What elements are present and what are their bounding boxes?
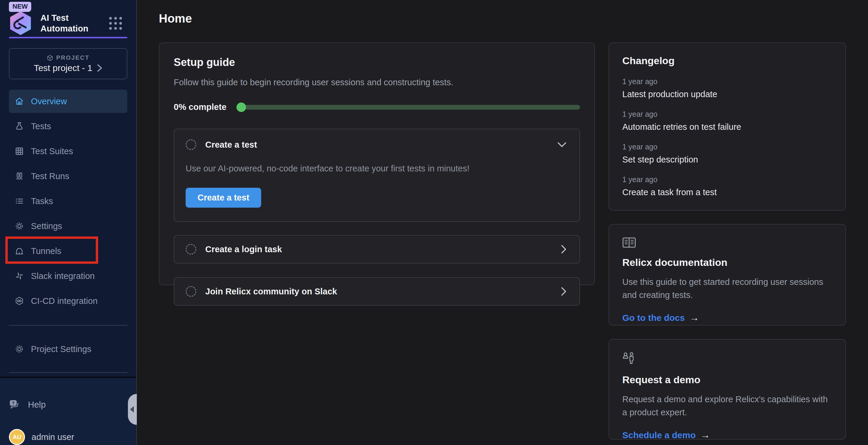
help-label: Help (28, 400, 46, 410)
svg-text:?: ? (12, 401, 14, 406)
project-label: PROJECT (56, 54, 90, 61)
accent-divider (9, 37, 127, 38)
changelog-text: Automatic retries on test failure (622, 122, 832, 132)
step-title: Create a login task (205, 244, 282, 254)
chevron-right-icon (97, 64, 102, 72)
docs-book-icon (622, 237, 636, 248)
chevron-right-icon (561, 245, 566, 254)
sidebar-item-settings[interactable]: Settings (9, 214, 127, 238)
step-status-icon (186, 286, 196, 297)
sidebar-item-test-runs[interactable]: Test Runs (9, 165, 127, 188)
schedule-demo-link[interactable]: Schedule a demo → (622, 430, 832, 441)
people-icon (622, 352, 637, 366)
changelog-time: 1 year ago (622, 175, 832, 184)
app-header: AI Test Automation (9, 11, 128, 36)
sidebar-item-tests[interactable]: Tests (9, 115, 127, 138)
sidebar-item-slack-integration[interactable]: Slack integration (9, 264, 127, 287)
sidebar-item-test-suites[interactable]: Test Suites (9, 140, 127, 163)
gear-icon (15, 221, 24, 231)
sidebar-item-label: Project Settings (31, 344, 91, 354)
cube-icon (47, 55, 53, 61)
app-switcher-icon[interactable] (109, 17, 122, 30)
sidebar-item-overview[interactable]: Overview (9, 90, 127, 113)
project-name: Test project - 1 (34, 63, 93, 73)
step-description: Use our AI-powered, no-code interface to… (186, 164, 568, 173)
app-logo-icon (9, 11, 32, 36)
setup-step-create-a-test: Create a test Use our AI-powered, no-cod… (174, 129, 580, 222)
project-selector[interactable]: PROJECT Test project - 1 (9, 48, 127, 79)
test-runs-icon (15, 172, 24, 181)
step-title: Join Relicx community on Slack (205, 287, 337, 297)
sidebar-item-label: Test Runs (31, 171, 69, 181)
setup-step-join-slack-community[interactable]: Join Relicx community on Slack (174, 277, 580, 306)
sidebar-item-tasks[interactable]: Tasks (9, 190, 127, 213)
setup-guide-title: Setup guide (174, 56, 580, 69)
request-demo-card: Request a demo Request a demo and explor… (609, 339, 846, 440)
sidebar-item-label: Slack integration (31, 271, 95, 281)
documentation-card: Relicx documentation Use this guide to g… (609, 224, 846, 326)
progress-knob (237, 102, 246, 112)
demo-title: Request a demo (622, 374, 832, 385)
app-title: AI Test Automation (40, 12, 100, 34)
gear-icon (15, 345, 24, 353)
page-title: Home (159, 12, 192, 25)
avatar: AU (9, 429, 25, 445)
progress-label: 0% complete (174, 102, 226, 112)
setup-guide-description: Follow this guide to begin recording use… (174, 77, 580, 87)
documentation-title: Relicx documentation (622, 256, 832, 268)
link-label: Go to the docs (622, 313, 685, 323)
sidebar-item-label: Tasks (31, 196, 53, 206)
user-name: admin user (32, 432, 74, 442)
slack-icon (15, 272, 24, 280)
changelog-text: Latest production update (622, 90, 832, 99)
changelog-time: 1 year ago (622, 77, 832, 86)
main-content: Home Setup guide Follow this guide to be… (137, 0, 868, 445)
flask-icon (15, 122, 24, 131)
sidebar-item-cicd-integration[interactable]: CI-CD integration (9, 289, 127, 312)
sidebar-footer: ? Help AU admin user (0, 377, 136, 445)
changelog-entry: 1 year ago Latest production update (622, 77, 832, 99)
sidebar-item-label: CI-CD integration (31, 296, 98, 306)
chevron-down-icon (557, 142, 566, 147)
sidebar-nav: Overview Tests Test Suites Test Runs (9, 90, 127, 314)
changelog-time: 1 year ago (622, 110, 832, 118)
step-title: Create a test (205, 140, 257, 150)
sidebar-item-project-settings[interactable]: Project Settings (9, 338, 127, 361)
sidebar-item-tunnels[interactable]: Tunnels (9, 239, 127, 263)
sidebar-item-label: Test Suites (31, 146, 73, 156)
changelog-time: 1 year ago (622, 143, 832, 151)
tunnel-icon (15, 246, 24, 255)
help-button[interactable]: ? Help (9, 393, 116, 416)
help-chat-icon: ? (9, 399, 20, 410)
list-icon (15, 197, 24, 206)
create-a-test-button[interactable]: Create a test (186, 188, 261, 208)
progress-bar (237, 105, 580, 110)
changelog-entry: 1 year ago Automatic retries on test fai… (622, 110, 832, 132)
sidebar-item-label: Tests (31, 122, 51, 131)
setup-progress: 0% complete (174, 102, 580, 112)
sidebar-item-label: Tunnels (31, 246, 61, 256)
setup-step-create-login-task[interactable]: Create a login task (174, 235, 580, 264)
changelog-title: Changelog (622, 55, 832, 67)
changelog-entry: 1 year ago Create a task from a test (622, 175, 832, 197)
changelog-entry: 1 year ago Set step description (622, 143, 832, 165)
go-to-docs-link[interactable]: Go to the docs → (622, 312, 832, 323)
arrow-right-icon: → (701, 430, 710, 441)
home-icon (15, 97, 24, 106)
sidebar-item-label: Settings (31, 221, 62, 231)
step-status-icon (186, 244, 196, 254)
user-menu[interactable]: AU admin user (9, 429, 74, 445)
changelog-card: Changelog 1 year ago Latest production u… (609, 42, 846, 211)
arrow-right-icon: → (689, 312, 699, 323)
step-status-icon (186, 139, 196, 150)
sidebar-item-label: Overview (31, 97, 67, 106)
changelog-text: Create a task from a test (622, 187, 832, 197)
link-label: Schedule a demo (622, 430, 696, 440)
documentation-description: Use this guide to get started recording … (622, 275, 832, 302)
sidebar-collapse-handle[interactable] (128, 394, 137, 425)
cicd-icon (15, 297, 24, 305)
sidebar-divider (9, 372, 127, 373)
step-header[interactable]: Create a test (186, 139, 568, 150)
sidebar-divider (9, 325, 127, 326)
demo-description: Request a demo and explore Relicx's capa… (622, 393, 832, 419)
